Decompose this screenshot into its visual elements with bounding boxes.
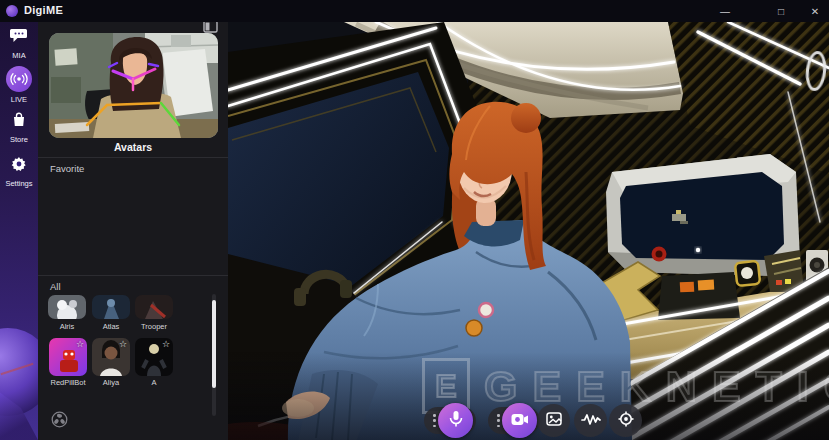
avatar-name: Trooper — [132, 322, 176, 331]
store-bag-icon — [11, 112, 27, 132]
sidebar: MIA LIVE Store Settings — [0, 22, 38, 440]
sidebar-item-label: Settings — [5, 179, 32, 188]
avatars-panel: Avatars Favorite All Alris Atlas Trooper… — [38, 22, 228, 440]
section-all-label: All — [50, 281, 61, 292]
avatar-name: Aliya — [89, 378, 133, 387]
waveform-icon — [581, 412, 601, 430]
sidebar-item-settings[interactable]: Settings — [0, 156, 38, 188]
avatar-tile-atlas[interactable] — [92, 295, 130, 319]
kebab-menu-icon — [433, 414, 436, 427]
avatar-tile-redpillbot[interactable]: ☆ — [49, 338, 87, 376]
app-title: DigiME — [24, 4, 63, 16]
scrollbar-thumb[interactable] — [212, 300, 216, 388]
chat-icon — [10, 28, 28, 48]
tracking-target-icon — [618, 411, 634, 431]
app-logo-icon — [6, 5, 18, 17]
spaceship-scene-art — [228, 22, 829, 440]
sidebar-item-mia[interactable]: MIA — [0, 28, 38, 60]
minimize-button[interactable]: — — [711, 0, 739, 22]
avatar-stage[interactable]: E GEEKNETIC — [228, 22, 829, 440]
divider — [38, 157, 228, 158]
digime-window: DigiME — □ ✕ MIA LIVE Store — [0, 0, 829, 440]
avatar-name: A — [132, 378, 176, 387]
microphone-icon — [449, 410, 463, 432]
avatar-tile-trooper[interactable] — [135, 295, 173, 319]
maximize-button[interactable]: □ — [767, 0, 795, 22]
sidebar-item-live[interactable]: LIVE — [0, 66, 38, 104]
obs-icon[interactable] — [51, 411, 68, 428]
sidebar-item-label: MIA — [12, 51, 25, 60]
image-icon — [546, 412, 562, 430]
tracking-button[interactable] — [609, 404, 642, 437]
close-button[interactable]: ✕ — [801, 0, 829, 22]
avatar-name: Alris — [45, 322, 89, 331]
favorite-star-icon[interactable]: ☆ — [119, 339, 127, 349]
avatar-name: RedPillBot — [46, 378, 90, 387]
kebab-menu-icon — [497, 414, 500, 427]
sidebar-item-label: LIVE — [11, 95, 27, 104]
favorite-star-icon[interactable]: ☆ — [162, 339, 170, 349]
favorite-star-icon[interactable]: ☆ — [76, 339, 84, 349]
effects-button[interactable] — [574, 404, 607, 437]
microphone-button[interactable] — [438, 403, 473, 438]
avatar-tile-alris[interactable] — [48, 295, 86, 319]
section-favorite-label: Favorite — [50, 163, 84, 174]
broadcast-icon — [6, 66, 32, 92]
sidebar-item-store[interactable]: Store — [0, 112, 38, 144]
webcam-preview — [49, 33, 218, 138]
camera-button[interactable] — [502, 403, 537, 438]
scrollbar[interactable] — [212, 294, 216, 416]
gear-icon — [11, 156, 27, 176]
avatar-name: Atlas — [89, 322, 133, 331]
background-button[interactable] — [537, 404, 570, 437]
panel-title: Avatars — [38, 141, 228, 153]
avatar-tile-aliya[interactable]: ☆ — [92, 338, 130, 376]
divider — [38, 275, 228, 276]
sidebar-item-label: Store — [10, 135, 28, 144]
webcam-feed — [49, 33, 218, 138]
avatar-tile-a[interactable]: ☆ — [135, 338, 173, 376]
titlebar: DigiME — □ ✕ — [0, 0, 829, 22]
video-camera-icon — [511, 412, 529, 430]
